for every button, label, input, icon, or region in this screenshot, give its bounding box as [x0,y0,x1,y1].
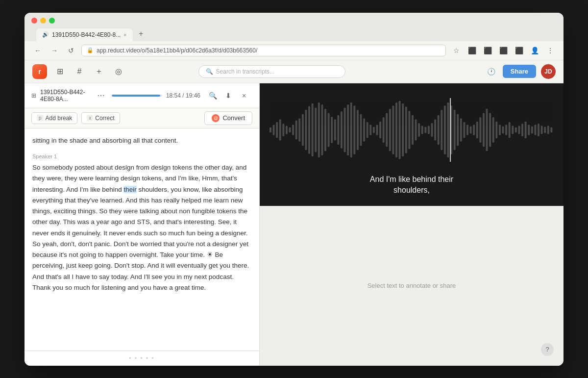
svg-rect-83 [538,124,539,136]
transcript-title: 1391D550-B442-4E80-8A... [40,89,90,102]
more-options-btn[interactable]: ⋯ [94,90,108,101]
annotation-area: Select text to annotate or share [260,206,564,366]
svg-rect-17 [324,108,326,151]
toolbar-right: 🕐 Share JD [485,64,556,79]
right-panel: And I'm like behind their shoulders, Sel… [260,83,564,366]
convert-button[interactable]: @ Convert [204,111,252,125]
forward-btn[interactable]: → [48,44,61,57]
traffic-light-yellow[interactable] [40,18,46,24]
traffic-light-green[interactable] [49,18,55,24]
svg-rect-53 [441,109,442,150]
share-button[interactable]: Share [503,65,536,78]
close-transcript-btn[interactable]: × [238,89,250,102]
people-icon[interactable]: ⊞ [53,65,67,78]
app-content: r ⊞ # + ◎ 🔍 Search in transcripts... 🕐 S… [24,60,564,366]
svg-rect-78 [521,124,523,136]
svg-rect-25 [350,102,352,157]
history-icon[interactable]: 🕐 [485,65,498,78]
transcript-actions: 🔍 ⬇ × [204,88,252,103]
search-transcript-btn[interactable]: 🔍 [206,89,219,102]
highlight-word: their [123,186,136,193]
svg-rect-76 [515,127,517,132]
svg-rect-67 [486,108,488,151]
svg-rect-55 [447,102,449,157]
svg-rect-6 [289,127,291,132]
svg-rect-85 [544,126,546,133]
svg-rect-50 [431,123,433,136]
svg-rect-58 [457,114,459,146]
new-tab-btn[interactable]: + [135,27,147,40]
right-panel-inner: And I'm like behind their shoulders, Sel… [260,83,564,366]
svg-rect-11 [305,109,307,150]
svg-rect-27 [357,109,359,150]
browser-tab[interactable]: 🔊 1391D550-B442-4E80-8... × [36,28,133,41]
svg-rect-79 [525,121,527,138]
svg-rect-14 [315,107,317,152]
bookmark-btn[interactable]: ☆ [450,44,463,57]
svg-rect-68 [489,113,491,147]
svg-rect-60 [463,122,465,138]
svg-rect-41 [402,103,404,156]
svg-rect-52 [438,115,440,145]
progress-fill [112,95,160,97]
user-avatar[interactable]: JD [541,64,556,79]
extension-btn-3[interactable]: ⬛ [497,44,510,57]
svg-rect-61 [466,125,468,135]
extension-btn-2[interactable]: ⬛ [481,44,494,57]
search-input-wrapper[interactable]: 🔍 Search in transcripts... [198,65,345,78]
add-break-btn[interactable]: p Add break [31,112,77,124]
waveform-container [260,98,564,162]
footer-dots: • • • • • [129,355,154,362]
subtitle-line2: shoulders, [393,186,430,194]
edit-toolbar: p Add break x Correct @ Convert [24,108,259,128]
svg-rect-63 [473,125,475,135]
tab-title: 1391D550-B442-4E80-8... [52,31,121,38]
back-btn[interactable]: ← [31,44,44,57]
svg-rect-24 [347,104,349,155]
svg-rect-71 [499,125,501,135]
extension-btn-4[interactable]: ⬛ [513,44,525,57]
add-icon[interactable]: + [92,65,106,78]
svg-rect-46 [418,123,420,136]
hash-icon[interactable]: # [73,65,86,78]
transcript-icon: ⊞ [31,92,36,99]
profile-btn[interactable]: 👤 [528,44,541,57]
svg-rect-36 [386,113,388,147]
reload-btn[interactable]: ↺ [65,44,77,57]
svg-rect-32 [373,126,375,133]
svg-rect-23 [344,107,346,152]
svg-rect-72 [502,126,504,133]
correct-btn[interactable]: x Correct [81,112,120,124]
transcript-footer: • • • • • [24,351,259,366]
svg-rect-7 [292,125,294,135]
svg-rect-37 [389,108,391,151]
video-area: And I'm like behind their shoulders, [260,83,564,206]
search-circle-icon[interactable]: ◎ [112,65,125,78]
svg-rect-54 [444,105,446,154]
svg-rect-9 [298,118,300,142]
address-bar[interactable]: 🔒 app.reduct.video/o/5a18e11bb4/p/d06c2d… [81,45,446,56]
speaker-label: Speaker 1 [32,153,251,159]
menu-btn[interactable]: ⋮ [544,44,557,57]
svg-rect-66 [483,113,485,147]
traffic-light-red[interactable] [31,18,37,24]
svg-rect-2 [276,122,278,138]
svg-rect-10 [302,114,304,146]
timestamp: 18:54 / 19:46 [166,92,200,99]
transcript-content[interactable]: sitting in the shade and absorbing all t… [24,128,259,351]
convert-icon: @ [212,114,220,122]
lock-icon: 🔒 [87,47,94,53]
tab-close-btn[interactable]: × [123,32,126,38]
correct-kbd: x [87,115,93,121]
svg-rect-62 [470,126,472,133]
subtitle-line1: And I'm like behind their [370,175,453,183]
waveform-svg [270,98,554,162]
annotation-hint: Select text to annotate or share [368,282,456,289]
extension-btn-1[interactable]: ⬛ [466,44,478,57]
svg-rect-80 [528,125,530,135]
download-btn[interactable]: ⬇ [222,89,235,102]
svg-rect-12 [308,106,310,154]
help-button[interactable]: ? [541,343,554,356]
svg-rect-44 [412,115,414,145]
svg-rect-74 [509,122,511,138]
